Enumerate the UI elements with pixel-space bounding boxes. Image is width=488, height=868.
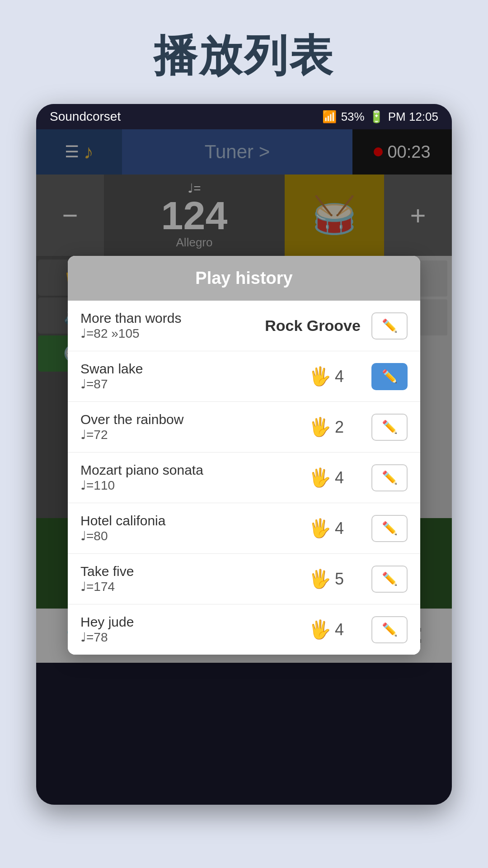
beat-count-6: 5 <box>335 570 344 589</box>
genre-label-1: Rock Groove <box>263 317 362 335</box>
app-name: Soundcorset <box>50 109 121 124</box>
song-tempo-4: ♩=110 <box>80 478 281 493</box>
hand-icon-7: 🖐 <box>309 619 331 640</box>
song-tempo-3: ♩=72 <box>80 427 281 442</box>
pencil-icon-7: ✏️ <box>382 622 398 637</box>
song-info-4: Mozart piano sonata ♩=110 <box>80 462 281 493</box>
song-title-6: Take five <box>80 564 281 579</box>
status-bar: Soundcorset 📶 53% 🔋 PM 12:05 <box>36 104 452 129</box>
pencil-icon-1: ✏️ <box>382 318 398 333</box>
edit-button-7[interactable]: ✏️ <box>371 616 408 643</box>
song-tempo-7: ♩=78 <box>80 630 281 645</box>
song-title-5: Hotel califonia <box>80 513 281 528</box>
beat-indicator-4: 🖐 4 <box>290 467 362 488</box>
beat-count-5: 4 <box>335 519 344 538</box>
song-title-4: Mozart piano sonata <box>80 462 281 478</box>
hand-icon-5: 🖐 <box>309 518 331 539</box>
play-history-modal: Play history More than words ♩=82 »105 R… <box>68 256 420 655</box>
song-tempo-1: ♩=82 »105 <box>80 326 254 341</box>
history-row-6[interactable]: Take five ♩=174 🖐 5 ✏️ <box>68 554 420 604</box>
beat-count-7: 4 <box>335 620 344 639</box>
beat-count-4: 4 <box>335 468 344 487</box>
status-right: 📶 53% 🔋 PM 12:05 <box>322 110 438 124</box>
song-title-7: Hey jude <box>80 614 281 630</box>
edit-button-2[interactable]: ✏️ <box>371 363 408 390</box>
beat-count-2: 4 <box>335 367 344 386</box>
song-title-2: Swan lake <box>80 361 281 377</box>
beat-count-3: 2 <box>335 418 344 437</box>
edit-button-4[interactable]: ✏️ <box>371 464 408 491</box>
pencil-icon-5: ✏️ <box>382 521 398 536</box>
phone-frame: Soundcorset 📶 53% 🔋 PM 12:05 ☰ ♪ Tuner >… <box>36 104 452 805</box>
history-row-7[interactable]: Hey jude ♩=78 🖐 4 ✏️ <box>68 604 420 655</box>
beat-indicator-7: 🖐 4 <box>290 619 362 640</box>
page-title: 播放列表 <box>0 0 488 86</box>
edit-button-1[interactable]: ✏️ <box>371 312 408 340</box>
history-row-3[interactable]: Over the rainbow ♩=72 🖐 2 ✏️ <box>68 402 420 453</box>
song-info-3: Over the rainbow ♩=72 <box>80 412 281 442</box>
modal-title: Play history <box>195 269 292 288</box>
signal-icon: 📶 <box>322 110 337 124</box>
modal-list: More than words ♩=82 »105 Rock Groove ✏️… <box>68 301 420 655</box>
hand-icon-3: 🖐 <box>309 416 331 438</box>
song-info-1: More than words ♩=82 »105 <box>80 311 254 341</box>
song-info-5: Hotel califonia ♩=80 <box>80 513 281 543</box>
pencil-icon-3: ✏️ <box>382 420 398 434</box>
battery-icon: 🔋 <box>369 110 384 124</box>
song-tempo-6: ♩=174 <box>80 579 281 594</box>
history-row-5[interactable]: Hotel califonia ♩=80 🖐 4 ✏️ <box>68 503 420 554</box>
song-info-6: Take five ♩=174 <box>80 564 281 594</box>
song-title-3: Over the rainbow <box>80 412 281 427</box>
pencil-icon-2: ✏️ <box>382 369 398 384</box>
beat-indicator-2: 🖐 4 <box>290 366 362 387</box>
battery-percent: 53% <box>341 110 365 124</box>
song-title-1: More than words <box>80 311 254 326</box>
modal-overlay: Play history More than words ♩=82 »105 R… <box>36 129 452 805</box>
clock-time: PM 12:05 <box>388 110 438 124</box>
edit-button-5[interactable]: ✏️ <box>371 515 408 542</box>
edit-button-6[interactable]: ✏️ <box>371 566 408 593</box>
pencil-icon-4: ✏️ <box>382 470 398 485</box>
song-info-2: Swan lake ♩=87 <box>80 361 281 392</box>
history-row-1[interactable]: More than words ♩=82 »105 Rock Groove ✏️ <box>68 301 420 351</box>
beat-indicator-5: 🖐 4 <box>290 518 362 539</box>
beat-indicator-6: 🖐 5 <box>290 568 362 590</box>
beat-indicator-3: 🖐 2 <box>290 416 362 438</box>
song-tempo-2: ♩=87 <box>80 377 281 392</box>
history-row-2[interactable]: Swan lake ♩=87 🖐 4 ✏️ <box>68 351 420 402</box>
song-info-7: Hey jude ♩=78 <box>80 614 281 645</box>
history-row-4[interactable]: Mozart piano sonata ♩=110 🖐 4 ✏️ <box>68 453 420 503</box>
hand-icon-4: 🖐 <box>309 467 331 488</box>
song-tempo-5: ♩=80 <box>80 528 281 543</box>
pencil-icon-6: ✏️ <box>382 571 398 586</box>
hand-icon-6: 🖐 <box>309 568 331 590</box>
hand-icon-2: 🖐 <box>309 366 331 387</box>
edit-button-3[interactable]: ✏️ <box>371 414 408 441</box>
modal-header: Play history <box>68 256 420 301</box>
